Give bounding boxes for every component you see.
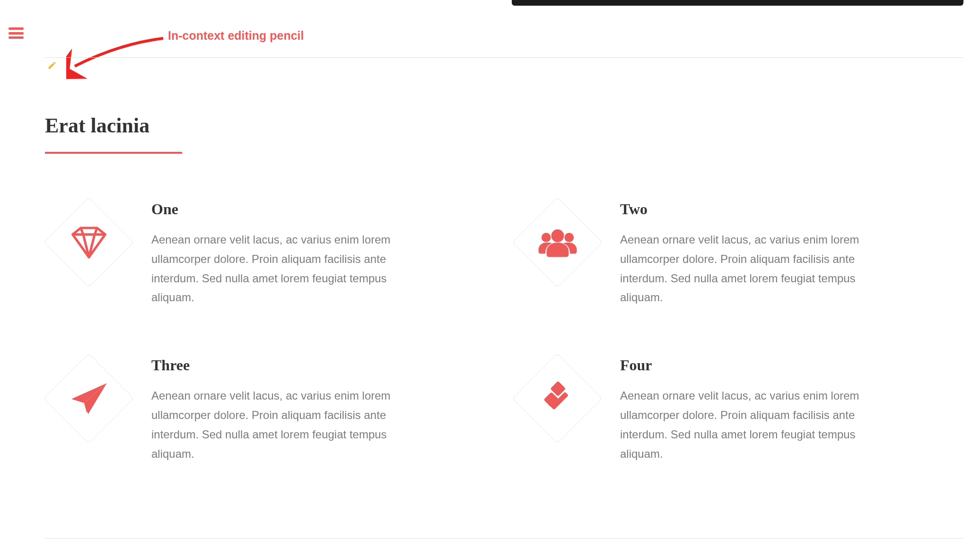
top-dark-bar xyxy=(512,0,963,6)
hamburger-bar xyxy=(9,32,24,35)
gavel-icon xyxy=(514,355,601,442)
feature-item: Three Aenean ornare velit lacus, ac vari… xyxy=(45,355,495,463)
section-title: Erat lacinia xyxy=(45,113,963,138)
section-divider-bottom xyxy=(45,538,963,539)
paper-plane-icon xyxy=(45,355,132,442)
section-header: Erat lacinia xyxy=(45,113,963,154)
feature-icon-frame xyxy=(45,355,132,442)
edit-pencil-button[interactable] xyxy=(47,61,57,70)
feature-icon-frame xyxy=(514,355,601,442)
feature-title: Three xyxy=(151,357,495,374)
feature-title: Two xyxy=(620,201,963,218)
diamond-gem-icon xyxy=(45,199,132,286)
annotation-label: In-context editing pencil xyxy=(168,29,304,43)
feature-desc: Aenean ornare velit lacus, ac varius eni… xyxy=(620,386,885,463)
feature-icon-frame xyxy=(514,199,601,286)
feature-item: One Aenean ornare velit lacus, ac varius… xyxy=(45,199,495,307)
feature-item: Four Aenean ornare velit lacus, ac variu… xyxy=(514,355,963,463)
feature-title: One xyxy=(151,201,495,218)
feature-item: Two Aenean ornare velit lacus, ac varius… xyxy=(514,199,963,307)
svg-point-0 xyxy=(551,229,564,242)
feature-desc: Aenean ornare velit lacus, ac varius eni… xyxy=(620,230,885,307)
section-divider-top xyxy=(45,57,963,58)
features-grid: One Aenean ornare velit lacus, ac varius… xyxy=(45,199,963,463)
svg-point-1 xyxy=(541,233,551,242)
feature-icon-frame xyxy=(45,199,132,286)
feature-desc: Aenean ornare velit lacus, ac varius eni… xyxy=(151,230,416,307)
hamburger-bar xyxy=(9,36,24,39)
hamburger-menu-button[interactable] xyxy=(9,27,24,39)
hamburger-bar xyxy=(9,27,24,30)
feature-title: Four xyxy=(620,357,963,374)
annotation-arrow: In-context editing pencil xyxy=(66,21,331,78)
feature-desc: Aenean ornare velit lacus, ac varius eni… xyxy=(151,386,416,463)
svg-point-2 xyxy=(564,233,574,242)
users-icon xyxy=(514,199,601,286)
title-underline xyxy=(45,152,182,154)
